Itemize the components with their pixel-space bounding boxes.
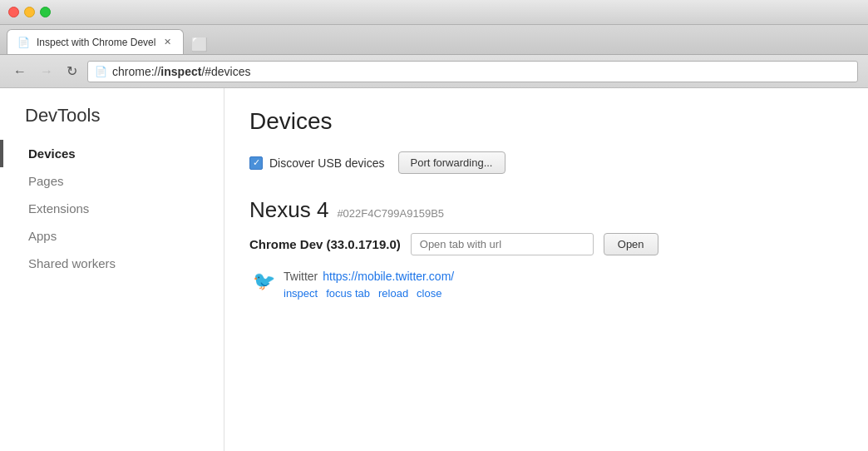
forward-button[interactable]: → [37, 61, 57, 82]
checkmark-icon: ✓ [253, 157, 260, 168]
tab-title: Inspect with Chrome Devel [37, 37, 155, 48]
chrome-browser-row: Chrome Dev (33.0.1719.0) Open [249, 233, 843, 255]
page-icon: 📄 [95, 66, 107, 77]
back-button[interactable]: ← [10, 61, 30, 82]
device-name: Nexus 4 [249, 197, 328, 223]
url-display: chrome://inspect/#devices [112, 65, 251, 78]
minimize-button[interactable] [24, 7, 35, 17]
sidebar-item-extensions[interactable]: Extensions [0, 195, 224, 222]
maximize-button[interactable] [40, 7, 51, 17]
page-title: Devices [249, 108, 843, 135]
content-area: Devices ✓ Discover USB devices Port forw… [224, 88, 868, 451]
address-bar: ← → ↻ 📄 chrome://inspect/#devices [0, 55, 868, 88]
open-tab-url-input[interactable] [411, 233, 594, 255]
discover-usb-row: ✓ Discover USB devices Port forwarding..… [249, 151, 843, 174]
active-tab[interactable]: 📄 Inspect with Chrome Devel ✕ [7, 29, 184, 54]
traffic-lights [8, 7, 51, 17]
reload-button[interactable]: ↻ [63, 60, 81, 82]
sidebar-item-devices[interactable]: Devices [0, 140, 224, 167]
open-tab-button[interactable]: Open [604, 233, 658, 255]
reload-link[interactable]: reload [378, 287, 408, 300]
new-tab-icon: ⬜ [191, 37, 208, 52]
tab-bar: 📄 Inspect with Chrome Devel ✕ ⬜ [0, 25, 868, 55]
focus-tab-link[interactable]: focus tab [326, 287, 370, 300]
sidebar-title: DevTools [0, 105, 224, 140]
tab-title-row: Twitterhttps://mobile.twitter.com/ [284, 269, 454, 284]
tab-info: Twitterhttps://mobile.twitter.com/ inspe… [284, 269, 454, 300]
close-tab-link[interactable]: close [417, 287, 441, 300]
sidebar-item-pages[interactable]: Pages [0, 167, 224, 195]
main-layout: DevTools Devices Pages Extensions Apps S… [0, 88, 868, 451]
twitter-icon: 🐦 [253, 270, 275, 292]
new-tab-button[interactable]: ⬜ [187, 34, 212, 54]
sidebar-item-apps[interactable]: Apps [0, 222, 224, 250]
url-bar[interactable]: 📄 chrome://inspect/#devices [87, 61, 858, 82]
inspect-link[interactable]: inspect [284, 287, 318, 300]
close-button[interactable] [8, 7, 19, 17]
tab-close-button[interactable]: ✕ [162, 35, 173, 49]
discover-usb-checkbox[interactable]: ✓ [249, 156, 263, 170]
browser-label: Chrome Dev (33.0.1719.0) [249, 237, 401, 251]
title-bar [0, 0, 868, 25]
tab-entry-twitter: 🐦 Twitterhttps://mobile.twitter.com/ ins… [249, 269, 843, 300]
sidebar: DevTools Devices Pages Extensions Apps S… [0, 88, 224, 451]
device-header: Nexus 4 #022F4C799A9159B5 [249, 197, 843, 223]
discover-usb-label[interactable]: ✓ Discover USB devices [249, 156, 385, 170]
discover-usb-text: Discover USB devices [269, 156, 385, 170]
tab-actions: inspect focus tab reload close [284, 287, 454, 300]
device-id: #022F4C799A9159B5 [337, 207, 444, 220]
tab-favicon: 📄 [17, 37, 30, 48]
sidebar-item-shared-workers[interactable]: Shared workers [0, 250, 224, 277]
port-forwarding-button[interactable]: Port forwarding... [398, 151, 506, 174]
